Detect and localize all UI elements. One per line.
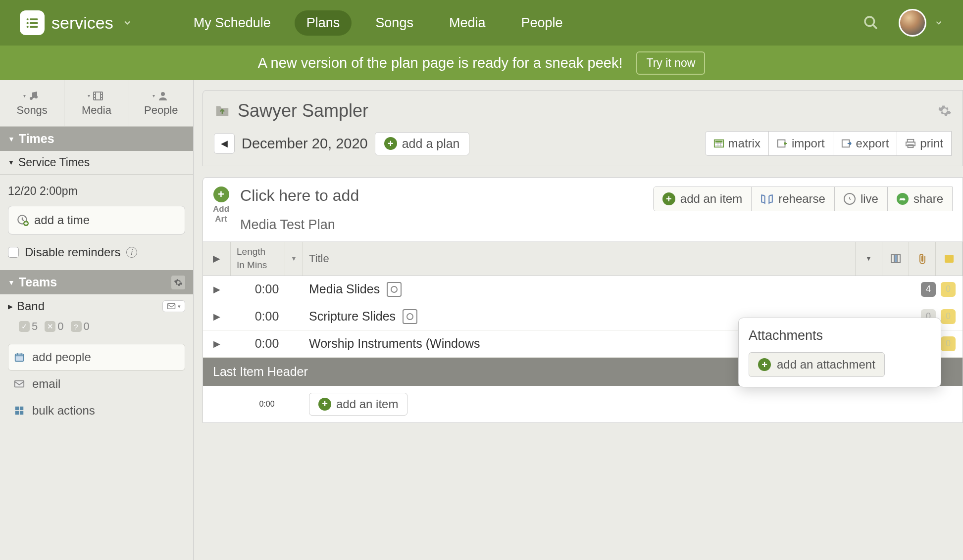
svg-rect-28 [894, 255, 897, 263]
nav-plans[interactable]: Plans [295, 10, 352, 36]
import-button[interactable]: import [768, 131, 833, 156]
banner-text: A new version of the plan page is ready … [258, 55, 623, 71]
matrix-icon [713, 139, 724, 148]
add-time-button[interactable]: add a time [8, 206, 185, 234]
try-it-now-button[interactable]: Try it now [636, 51, 705, 75]
col-label: In Mins [237, 260, 267, 271]
note-count-badge[interactable]: 0 [941, 309, 956, 324]
play-button[interactable]: ▶ [203, 338, 231, 349]
button-label: matrix [728, 137, 760, 150]
plan-date: December 20, 2020 [242, 136, 368, 152]
plan-table-header: ▶ Length In Mins ▼ Title ▼ [203, 242, 963, 276]
share-button[interactable]: ➦ share [888, 187, 952, 211]
sidebar-tabs: ▾ Songs ▾ Media ▾ People [0, 80, 193, 127]
col-columns-toggle[interactable] [882, 242, 909, 276]
email-button[interactable]: email [8, 371, 185, 397]
teams-settings-button[interactable] [171, 276, 185, 289]
checkbox-label: Disable reminders [25, 245, 120, 259]
button-label: add an item [680, 192, 742, 206]
live-button[interactable]: live [835, 187, 888, 211]
rehearse-button[interactable]: rehearse [752, 187, 835, 211]
sidebar-tab-people[interactable]: ▾ People [129, 80, 193, 127]
team-counts: ✓5 ✕0 ?0 [0, 318, 193, 340]
question-badge-icon: ? [71, 321, 82, 332]
sidebar-tab-media[interactable]: ▾ Media [64, 80, 129, 127]
col-attachments[interactable] [909, 242, 936, 276]
nav-my-schedule[interactable]: My Schedule [182, 10, 283, 36]
svg-rect-5 [30, 26, 38, 28]
print-button[interactable]: print [897, 131, 952, 156]
note-count-badge[interactable]: 0 [941, 282, 956, 297]
service-time-entry[interactable]: 12/20 2:00pm [8, 182, 185, 206]
row-title: Media Slides [309, 282, 380, 296]
row-length: 0:00 [231, 400, 303, 409]
export-icon [841, 139, 852, 148]
play-button[interactable]: ▶ [203, 311, 231, 322]
col-notes[interactable] [936, 242, 963, 276]
bulk-actions-button[interactable]: bulk actions [8, 397, 185, 424]
col-label: Title [309, 252, 329, 265]
disable-reminders-checkbox[interactable] [8, 247, 19, 258]
col-length[interactable]: Length In Mins [231, 242, 285, 276]
music-note-icon [27, 90, 41, 102]
sidebar-tab-songs[interactable]: ▾ Songs [0, 80, 64, 127]
nav-songs[interactable]: Songs [363, 10, 425, 36]
export-button[interactable]: export [833, 131, 898, 156]
add-art-button[interactable]: + Add Art [213, 187, 229, 224]
team-band-row[interactable]: ▶ Band ▾ [0, 294, 193, 318]
brand-switcher[interactable]: services [20, 10, 132, 35]
nav-media[interactable]: Media [437, 10, 498, 36]
attachment-count-badge[interactable]: 4 [921, 282, 936, 297]
plan-title-input[interactable]: Click here to add [240, 187, 359, 210]
button-label: add an item [336, 397, 398, 411]
page-settings-button[interactable] [938, 104, 952, 118]
prev-plan-button[interactable]: ◀ [214, 133, 235, 154]
avatar [899, 9, 926, 37]
nav-right [863, 9, 943, 37]
info-icon[interactable]: i [126, 247, 137, 258]
count-pending: 0 [84, 320, 90, 333]
sidebar-tab-label: Media [82, 104, 111, 117]
button-label: import [792, 137, 825, 150]
teams-section-header[interactable]: ▼ Teams [0, 270, 193, 294]
person-icon [156, 90, 170, 102]
add-attachment-button[interactable]: + add an attachment [749, 352, 885, 377]
row-length: 0:00 [231, 282, 303, 296]
page-title: Sawyer Sampler [238, 100, 368, 121]
folder-up-icon[interactable] [214, 103, 231, 118]
play-button[interactable]: ▶ [203, 284, 231, 295]
add-item-button[interactable]: + add an item [654, 187, 752, 211]
sidebar-tab-label: People [144, 104, 178, 117]
times-section-header[interactable]: ▼ Times [0, 127, 193, 151]
plan-item-row[interactable]: ▶0:00Media Slides40 [203, 276, 963, 303]
import-icon [777, 139, 788, 148]
plus-circle-icon: + [758, 358, 771, 371]
item-label: bulk actions [32, 404, 95, 418]
col-length-sort[interactable]: ▼ [285, 242, 303, 276]
book-icon [760, 193, 773, 204]
button-label: print [920, 137, 943, 150]
add-plan-button[interactable]: + add a plan [375, 132, 469, 155]
user-menu[interactable] [899, 9, 943, 37]
chevron-down-icon [122, 18, 132, 28]
search-icon[interactable] [863, 15, 879, 31]
svg-rect-29 [945, 255, 954, 263]
nav-people[interactable]: People [509, 10, 574, 36]
col-title[interactable]: Title [303, 242, 856, 276]
col-play: ▶ [203, 242, 231, 276]
clock-add-icon [16, 214, 29, 227]
plus-circle-icon: + [318, 398, 331, 411]
add-people-button[interactable]: add people [8, 344, 185, 371]
svg-point-6 [865, 17, 874, 26]
section-title: Teams [19, 275, 57, 289]
add-item-row-button[interactable]: + add an item [309, 393, 407, 416]
plan-subtitle[interactable]: Media Test Plan [240, 210, 359, 233]
service-times-header[interactable]: ▼ Service Times [0, 151, 193, 175]
row-length: 0:00 [231, 336, 303, 351]
sidebar-tab-label: Songs [16, 104, 47, 117]
top-nav: services My Schedule Plans Songs Media P… [0, 0, 963, 46]
col-title-sort[interactable]: ▼ [856, 242, 882, 276]
team-mail-dropdown[interactable]: ▾ [162, 300, 185, 312]
matrix-button[interactable]: matrix [705, 131, 769, 156]
subsection-title: Service Times [18, 156, 90, 169]
